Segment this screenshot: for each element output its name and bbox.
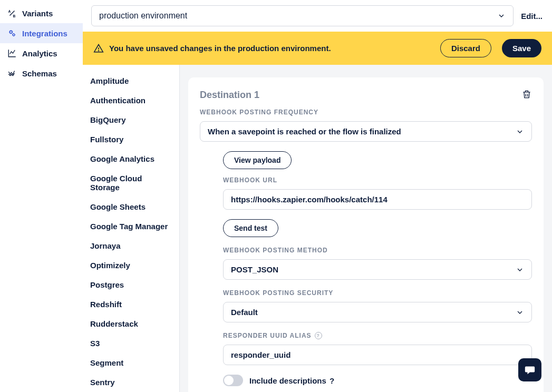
integration-jornaya[interactable]: Jornaya bbox=[90, 236, 172, 256]
discard-button[interactable]: Discard bbox=[440, 39, 491, 57]
integration-sentry[interactable]: Sentry bbox=[90, 373, 172, 392]
nav-item-label: Variants bbox=[22, 9, 53, 18]
destination-settings-panel: Destination 1 WEBHOOK POSTING FREQUENCY … bbox=[179, 65, 552, 392]
unsaved-changes-banner: You have unsaved changes in the producti… bbox=[83, 32, 552, 65]
integration-google-cloud-storage[interactable]: Google Cloud Storage bbox=[90, 169, 172, 197]
save-button[interactable]: Save bbox=[502, 39, 541, 57]
posting-method-select[interactable]: POST_JSON bbox=[223, 259, 532, 280]
svg-text:B: B bbox=[13, 14, 16, 18]
multiline-icon bbox=[7, 68, 17, 78]
nav-item-analytics[interactable]: Analytics bbox=[0, 43, 83, 63]
trash-icon bbox=[521, 89, 532, 100]
include-descriptions-label: Include descriptions ? bbox=[249, 376, 334, 385]
svg-point-4 bbox=[13, 34, 15, 36]
chevron-down-icon bbox=[497, 12, 506, 20]
frequency-select[interactable]: When a savepoint is reached or the flow … bbox=[200, 121, 532, 142]
responder-alias-label: RESPONDER UUID ALIAS ? bbox=[223, 332, 532, 339]
include-descriptions-toggle[interactable] bbox=[223, 375, 243, 386]
webhook-url-label: WEBHOOK URL bbox=[223, 177, 532, 184]
responder-alias-input[interactable] bbox=[231, 350, 524, 359]
destination-title: Destination 1 bbox=[200, 90, 259, 101]
posting-method-label: WEBHOOK POSTING METHOD bbox=[223, 247, 532, 254]
responder-alias-input-wrapper[interactable] bbox=[223, 345, 532, 365]
integration-s3[interactable]: S3 bbox=[90, 334, 172, 353]
posting-method-value: POST_JSON bbox=[231, 265, 278, 274]
ab-icon: AB bbox=[7, 8, 17, 18]
integration-google-tag-manager[interactable]: Google Tag Manager bbox=[90, 217, 172, 236]
integrations-list: Amplitude Authentication BigQuery Fullst… bbox=[83, 65, 179, 392]
integration-rudderstack[interactable]: Rudderstack bbox=[90, 314, 172, 334]
chevron-down-icon bbox=[516, 266, 524, 274]
integration-fullstory[interactable]: Fullstory bbox=[90, 130, 172, 149]
environment-select[interactable]: production environment bbox=[91, 5, 514, 26]
nav-item-label: Integrations bbox=[22, 29, 67, 38]
chat-icon bbox=[524, 364, 536, 376]
posting-security-value: Default bbox=[231, 308, 258, 317]
help-chat-button[interactable] bbox=[518, 358, 541, 381]
integration-redshift[interactable]: Redshift bbox=[90, 295, 172, 314]
nav-item-variants[interactable]: AB Variants bbox=[0, 3, 83, 23]
webhook-url-input[interactable] bbox=[231, 195, 524, 204]
help-icon[interactable]: ? bbox=[315, 332, 322, 339]
chart-icon bbox=[7, 48, 17, 58]
posting-security-select[interactable]: Default bbox=[223, 302, 532, 322]
view-payload-button[interactable]: View payload bbox=[223, 151, 292, 169]
delete-destination-button[interactable] bbox=[521, 89, 532, 101]
destination-card: Destination 1 WEBHOOK POSTING FREQUENCY … bbox=[188, 77, 544, 392]
warning-icon bbox=[93, 43, 104, 54]
svg-point-6 bbox=[99, 50, 99, 51]
nav-item-integrations[interactable]: Integrations bbox=[0, 23, 83, 43]
integration-google-analytics[interactable]: Google Analytics bbox=[90, 149, 172, 169]
integration-bigquery[interactable]: BigQuery bbox=[90, 110, 172, 130]
help-icon[interactable]: ? bbox=[330, 376, 334, 385]
edit-environment-link[interactable]: Edit... bbox=[521, 12, 543, 21]
frequency-value: When a savepoint is reached or the flow … bbox=[208, 127, 401, 136]
send-test-button[interactable]: Send test bbox=[223, 219, 278, 237]
gear-icon bbox=[7, 28, 17, 38]
banner-message: You have unsaved changes in the producti… bbox=[109, 44, 435, 53]
integration-amplitude[interactable]: Amplitude bbox=[90, 71, 172, 91]
integration-postgres[interactable]: Postgres bbox=[90, 275, 172, 295]
frequency-label: WEBHOOK POSTING FREQUENCY bbox=[200, 109, 532, 116]
nav-item-label: Schemas bbox=[22, 69, 57, 78]
chevron-down-icon bbox=[516, 308, 524, 317]
integration-google-sheets[interactable]: Google Sheets bbox=[90, 197, 172, 217]
integration-segment[interactable]: Segment bbox=[90, 353, 172, 373]
posting-security-label: WEBHOOK POSTING SECURITY bbox=[223, 289, 532, 297]
webhook-url-input-wrapper[interactable] bbox=[223, 189, 532, 210]
svg-text:A: A bbox=[8, 9, 11, 13]
chevron-down-icon bbox=[516, 128, 524, 136]
integration-optimizely[interactable]: Optimizely bbox=[90, 256, 172, 275]
nav-item-schemas[interactable]: Schemas bbox=[0, 63, 83, 83]
sidebar-nav: AB Variants Integrations Analytics Schem… bbox=[0, 0, 83, 392]
environment-selected-value: production environment bbox=[99, 11, 187, 21]
integration-authentication[interactable]: Authentication bbox=[90, 91, 172, 110]
environment-bar: production environment Edit... bbox=[83, 0, 552, 32]
nav-item-label: Analytics bbox=[22, 49, 57, 58]
